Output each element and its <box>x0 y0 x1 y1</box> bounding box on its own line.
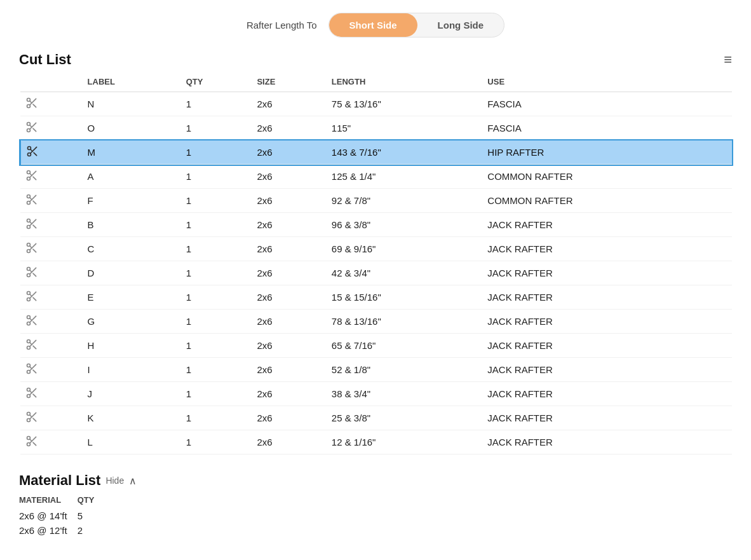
svg-line-48 <box>33 322 36 325</box>
row-use: JACK RAFTER <box>482 237 732 261</box>
row-icon <box>20 406 83 430</box>
row-icon <box>20 116 83 140</box>
row-qty: 1 <box>181 430 252 454</box>
menu-icon[interactable]: ≡ <box>724 51 732 68</box>
row-length: 65 & 7/16" <box>327 334 482 358</box>
row-use: COMMON RAFTER <box>482 189 732 213</box>
row-use: FASCIA <box>482 92 732 116</box>
table-row[interactable]: B 1 2x6 96 & 3/8" JACK RAFTER <box>20 213 733 237</box>
row-icon <box>20 430 83 454</box>
row-qty: 1 <box>181 92 252 116</box>
row-use: JACK RAFTER <box>482 285 732 310</box>
row-qty: 1 <box>181 285 252 310</box>
svg-line-43 <box>33 297 36 301</box>
material-qty: 2 <box>78 523 105 538</box>
material-list-header: Material List Hide ∧ <box>19 472 732 489</box>
row-use: JACK RAFTER <box>482 358 732 382</box>
long-side-button[interactable]: Long Side <box>417 13 504 37</box>
table-row[interactable]: M 1 2x6 143 & 7/16" HIP RAFTER <box>20 140 733 165</box>
svg-line-29 <box>29 222 31 224</box>
row-label: M <box>83 140 181 165</box>
chevron-up-icon[interactable]: ∧ <box>129 475 137 487</box>
material-list-section: Material List Hide ∧ MATERIAL QTY 2x6 @ … <box>19 472 732 538</box>
material-header-row: MATERIAL QTY <box>19 494 104 509</box>
table-row[interactable]: O 1 2x6 115" FASCIA <box>20 116 733 140</box>
row-label: O <box>83 116 181 140</box>
material-qty: 5 <box>78 509 105 523</box>
col-label: LABEL <box>83 74 181 92</box>
row-qty: 1 <box>181 189 252 213</box>
svg-line-64 <box>29 391 31 393</box>
row-size: 2x6 <box>252 189 326 213</box>
material-list-table: MATERIAL QTY 2x6 @ 14'ft 5 2x6 @ 12'ft 2 <box>19 494 104 538</box>
table-row[interactable]: L 1 2x6 12 & 1/16" JACK RAFTER <box>20 430 733 454</box>
row-use: JACK RAFTER <box>482 382 732 406</box>
cut-list-header-row: LABEL QTY SIZE LENGTH USE <box>20 74 733 92</box>
svg-line-14 <box>30 149 32 151</box>
row-qty: 1 <box>181 334 252 358</box>
svg-line-44 <box>29 294 31 296</box>
svg-line-63 <box>33 394 36 397</box>
row-use: JACK RAFTER <box>482 406 732 430</box>
row-length: 38 & 3/4" <box>327 382 482 406</box>
table-row[interactable]: I 1 2x6 52 & 1/8" JACK RAFTER <box>20 358 733 382</box>
svg-line-18 <box>33 177 36 180</box>
row-size: 2x6 <box>252 334 326 358</box>
svg-line-49 <box>29 318 31 320</box>
row-label: E <box>83 285 181 310</box>
row-qty: 1 <box>181 358 252 382</box>
row-length: 143 & 7/16" <box>327 140 482 165</box>
table-row[interactable]: K 1 2x6 25 & 3/8" JACK RAFTER <box>20 406 733 430</box>
col-length: LENGTH <box>327 74 482 92</box>
svg-line-58 <box>33 370 36 373</box>
row-icon <box>20 334 83 358</box>
row-size: 2x6 <box>252 310 326 334</box>
table-row[interactable]: J 1 2x6 38 & 3/4" JACK RAFTER <box>20 382 733 406</box>
col-icon <box>20 74 83 92</box>
row-use: JACK RAFTER <box>482 213 732 237</box>
svg-line-4 <box>29 101 31 103</box>
row-qty: 1 <box>181 116 252 140</box>
table-row[interactable]: F 1 2x6 92 & 7/8" COMMON RAFTER <box>20 189 733 213</box>
row-size: 2x6 <box>252 406 326 430</box>
row-size: 2x6 <box>252 382 326 406</box>
row-length: 125 & 1/4" <box>327 165 482 189</box>
material-col-qty: QTY <box>78 494 105 509</box>
row-icon <box>20 285 83 310</box>
svg-line-23 <box>33 201 36 204</box>
row-length: 42 & 3/4" <box>327 261 482 285</box>
svg-line-34 <box>29 246 31 248</box>
row-size: 2x6 <box>252 237 326 261</box>
table-row[interactable]: G 1 2x6 78 & 13/16" JACK RAFTER <box>20 310 733 334</box>
short-side-button[interactable]: Short Side <box>329 13 417 37</box>
row-icon <box>20 92 83 116</box>
row-qty: 1 <box>181 140 252 165</box>
svg-line-73 <box>33 442 36 446</box>
row-label: K <box>83 406 181 430</box>
row-label: F <box>83 189 181 213</box>
svg-line-69 <box>29 415 31 417</box>
row-qty: 1 <box>181 213 252 237</box>
table-row[interactable]: C 1 2x6 69 & 9/16" JACK RAFTER <box>20 237 733 261</box>
row-qty: 1 <box>181 310 252 334</box>
row-label: D <box>83 261 181 285</box>
table-row[interactable]: A 1 2x6 125 & 1/4" COMMON RAFTER <box>20 165 733 189</box>
table-row[interactable]: D 1 2x6 42 & 3/4" JACK RAFTER <box>20 261 733 285</box>
row-use: FASCIA <box>482 116 732 140</box>
svg-line-13 <box>34 153 37 156</box>
table-row[interactable]: N 1 2x6 75 & 13/16" FASCIA <box>20 92 733 116</box>
svg-line-74 <box>29 439 31 441</box>
svg-line-3 <box>33 104 36 107</box>
row-qty: 1 <box>181 237 252 261</box>
table-row[interactable]: H 1 2x6 65 & 7/16" JACK RAFTER <box>20 334 733 358</box>
row-qty: 1 <box>181 261 252 285</box>
svg-line-39 <box>29 270 31 272</box>
row-size: 2x6 <box>252 430 326 454</box>
list-item: 2x6 @ 12'ft 2 <box>19 523 104 538</box>
hide-button[interactable]: Hide <box>105 475 124 486</box>
table-row[interactable]: E 1 2x6 15 & 15/16" JACK RAFTER <box>20 285 733 310</box>
row-size: 2x6 <box>252 358 326 382</box>
material-name: 2x6 @ 12'ft <box>19 523 78 538</box>
row-label: L <box>83 430 181 454</box>
cut-list-title: Cut List <box>19 51 71 68</box>
